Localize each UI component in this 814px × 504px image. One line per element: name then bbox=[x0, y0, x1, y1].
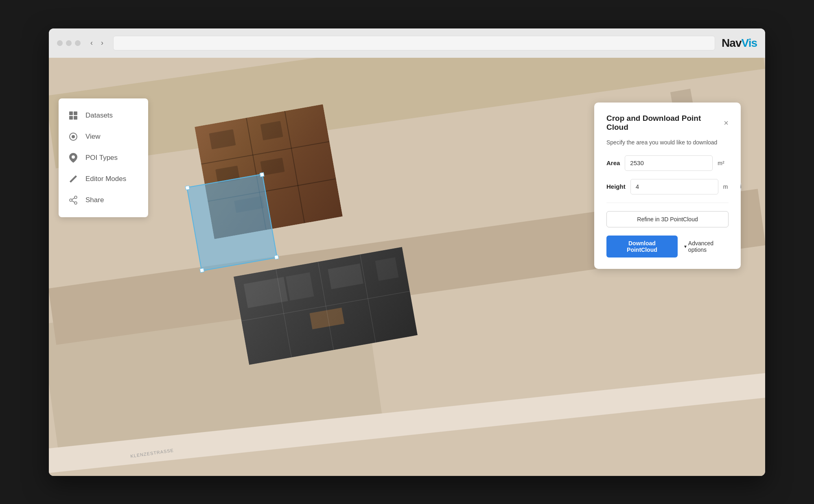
editor-icon bbox=[68, 174, 78, 184]
svg-rect-2 bbox=[69, 116, 73, 120]
traffic-light-maximize[interactable] bbox=[75, 40, 81, 46]
back-button[interactable]: ‹ bbox=[87, 37, 96, 49]
forward-button[interactable]: › bbox=[98, 37, 107, 49]
traffic-light-close[interactable] bbox=[57, 40, 63, 46]
handle-bottom-right[interactable] bbox=[274, 255, 279, 260]
nav-buttons: ‹ › bbox=[87, 37, 107, 49]
area-unit: m² bbox=[718, 160, 730, 166]
svg-line-10 bbox=[72, 198, 75, 199]
share-label: Share bbox=[85, 196, 104, 204]
sidebar-menu: Datasets View POI Types bbox=[59, 98, 148, 217]
poi-label: POI Types bbox=[85, 154, 118, 162]
poi-icon bbox=[68, 153, 78, 163]
editor-label: Editor Modes bbox=[85, 175, 126, 183]
svg-point-8 bbox=[70, 199, 72, 201]
download-button[interactable]: Download PointCloud bbox=[606, 236, 678, 257]
browser-chrome: ‹ › NavVis bbox=[49, 28, 765, 58]
panel-title: Crop and Download Point Cloud bbox=[606, 114, 724, 132]
datasets-icon bbox=[68, 111, 78, 120]
navvis-logo: NavVis bbox=[722, 37, 757, 50]
svg-point-5 bbox=[72, 135, 75, 138]
svg-rect-0 bbox=[69, 111, 73, 115]
handle-top-right[interactable] bbox=[260, 172, 265, 177]
panel-subtitle: Specify the area you would like to downl… bbox=[606, 139, 729, 146]
height-label: Height bbox=[606, 183, 626, 190]
height-field-row: Height m i bbox=[606, 179, 729, 194]
svg-point-7 bbox=[74, 196, 77, 199]
navvis-vis-text: Vis bbox=[741, 37, 757, 49]
svg-rect-3 bbox=[74, 116, 77, 120]
sidebar-item-editor-modes[interactable]: Editor Modes bbox=[59, 168, 148, 190]
datasets-label: Datasets bbox=[85, 111, 113, 120]
navvis-nav-text: Nav bbox=[722, 37, 741, 49]
refine-button[interactable]: Refine in 3D PointCloud bbox=[606, 211, 729, 227]
svg-line-11 bbox=[72, 201, 75, 202]
share-icon bbox=[68, 195, 78, 205]
action-row: Download PointCloud Advanced options bbox=[606, 236, 729, 257]
view-icon bbox=[68, 132, 78, 142]
svg-point-9 bbox=[74, 202, 77, 204]
traffic-light-minimize[interactable] bbox=[66, 40, 72, 46]
sidebar-item-view[interactable]: View bbox=[59, 126, 148, 147]
panel-close-button[interactable]: × bbox=[724, 119, 729, 127]
panel-header: Crop and Download Point Cloud × bbox=[606, 114, 729, 132]
svg-point-6 bbox=[72, 155, 75, 159]
area-input[interactable] bbox=[625, 155, 713, 171]
sidebar-item-poi-types[interactable]: POI Types bbox=[59, 147, 148, 168]
crop-download-panel: Crop and Download Point Cloud × Specify … bbox=[594, 103, 741, 269]
height-unit: m bbox=[723, 183, 735, 190]
handle-bottom-left[interactable] bbox=[200, 268, 205, 273]
selection-crop-area[interactable] bbox=[186, 174, 278, 271]
view-label: View bbox=[85, 133, 101, 141]
address-bar[interactable] bbox=[113, 36, 715, 50]
browser-window: ‹ › NavVis bbox=[49, 28, 765, 476]
area-field-row: Area m² bbox=[606, 155, 729, 171]
svg-rect-1 bbox=[74, 111, 77, 115]
sidebar-item-datasets[interactable]: Datasets bbox=[59, 105, 148, 126]
area-label: Area bbox=[606, 159, 620, 166]
traffic-lights bbox=[57, 40, 81, 46]
handle-top-left[interactable] bbox=[185, 185, 190, 190]
map-viewport[interactable]: KLENZESTRASSE Datasets bbox=[49, 58, 765, 476]
panel-divider bbox=[606, 203, 729, 203]
advanced-options-link[interactable]: Advanced options bbox=[684, 240, 729, 253]
height-input[interactable] bbox=[630, 179, 718, 194]
sidebar-item-share[interactable]: Share bbox=[59, 190, 148, 211]
